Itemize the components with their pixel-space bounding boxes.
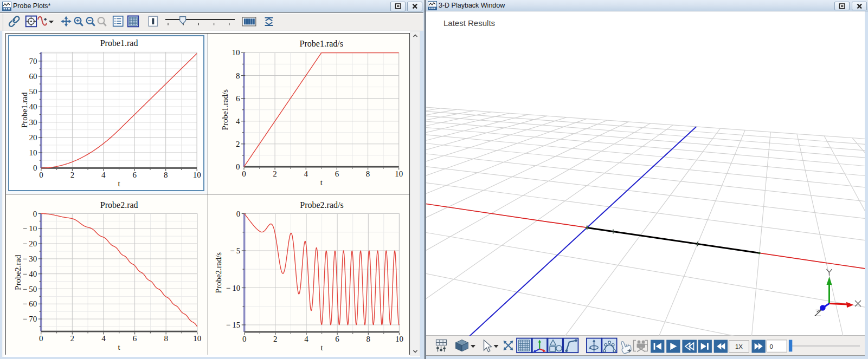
svg-text:30: 30 [29, 118, 37, 127]
svg-text:− 70: − 70 [23, 315, 37, 323]
svg-text:Probe1.rad/s: Probe1.rad/s [300, 39, 343, 48]
svg-text:− 30: − 30 [23, 254, 37, 263]
svg-text:6: 6 [335, 169, 339, 178]
svg-text:2: 2 [70, 171, 75, 179]
svg-text:− 20: − 20 [23, 239, 37, 248]
svg-text:Probe2.rad: Probe2.rad [14, 254, 22, 290]
svg-text:4: 4 [304, 335, 308, 343]
svg-text:0: 0 [33, 210, 37, 218]
svg-text:6: 6 [133, 171, 137, 179]
svg-text:− 40: − 40 [23, 270, 37, 278]
svg-text:8: 8 [367, 335, 371, 343]
svg-text:t: t [320, 178, 323, 187]
svg-text:10: 10 [193, 171, 201, 179]
svg-text:40: 40 [29, 102, 37, 111]
svg-text:Probe1.rad: Probe1.rad [20, 92, 29, 128]
svg-text:− 5: − 5 [230, 246, 240, 255]
svg-text:Probe1.rad: Probe1.rad [100, 38, 138, 48]
svg-text:− 10: − 10 [23, 224, 37, 233]
svg-text:4: 4 [236, 117, 240, 126]
svg-text:Probe2.rad/s: Probe2.rad/s [214, 252, 223, 293]
svg-text:8: 8 [366, 169, 370, 178]
svg-text:− 10: − 10 [226, 284, 240, 292]
svg-text:Probe2.rad/s: Probe2.rad/s [300, 200, 343, 210]
svg-text:6: 6 [133, 334, 137, 343]
svg-text:4: 4 [304, 169, 308, 178]
svg-text:60: 60 [29, 72, 37, 81]
svg-text:8: 8 [164, 334, 168, 343]
svg-text:0: 0 [39, 334, 43, 343]
svg-text:4: 4 [101, 334, 106, 343]
svg-text:− 15: − 15 [226, 321, 240, 329]
svg-text:t: t [118, 343, 121, 351]
svg-text:2: 2 [70, 334, 75, 343]
svg-text:t: t [320, 343, 323, 352]
svg-text:20: 20 [29, 133, 37, 142]
svg-text:10: 10 [193, 334, 201, 343]
svg-text:6: 6 [335, 335, 339, 343]
svg-text:0: 0 [770, 343, 773, 350]
svg-text:Probe2.rad: Probe2.rad [100, 200, 138, 210]
svg-text:10: 10 [232, 48, 240, 57]
svg-text:0: 0 [242, 335, 247, 343]
svg-text:6: 6 [236, 94, 240, 103]
svg-text:50: 50 [29, 87, 37, 96]
svg-text:10: 10 [395, 169, 403, 178]
svg-text:0: 0 [242, 169, 246, 178]
svg-text:0: 0 [33, 164, 37, 172]
svg-text:− 60: − 60 [23, 299, 37, 308]
svg-text:8: 8 [164, 171, 168, 179]
svg-text:0: 0 [236, 210, 241, 218]
svg-text:1X: 1X [735, 343, 743, 350]
svg-text:70: 70 [29, 57, 37, 66]
svg-text:4: 4 [101, 171, 106, 179]
svg-text:Probe1.rad/s: Probe1.rad/s [221, 89, 229, 130]
svg-text:0: 0 [236, 162, 240, 171]
svg-text:− 50: − 50 [23, 285, 37, 293]
svg-text:2: 2 [236, 140, 240, 148]
svg-text:10: 10 [395, 335, 403, 343]
svg-text:0: 0 [39, 171, 43, 179]
svg-text:10: 10 [29, 148, 37, 157]
svg-text:8: 8 [236, 71, 240, 80]
svg-text:2: 2 [273, 169, 277, 178]
svg-text:2: 2 [273, 335, 278, 343]
